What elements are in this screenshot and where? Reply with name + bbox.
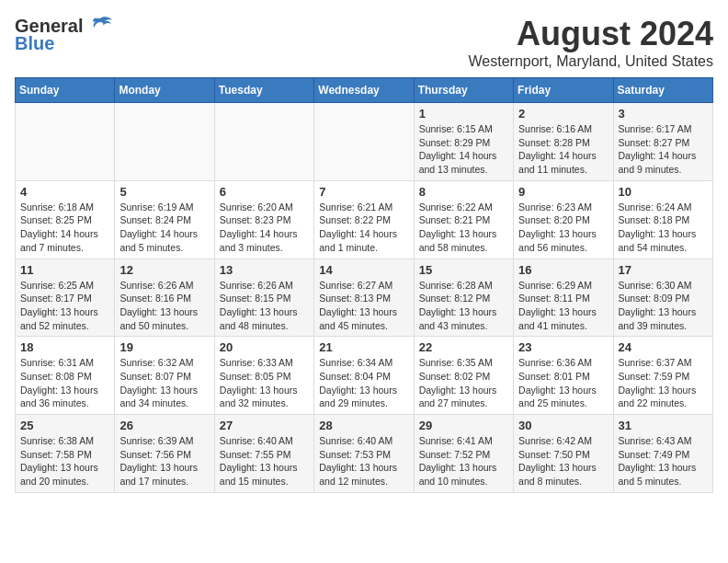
calendar-cell: 1Sunrise: 6:15 AM Sunset: 8:29 PM Daylig… <box>414 103 513 181</box>
day-number: 13 <box>220 263 309 277</box>
calendar-cell: 14Sunrise: 6:27 AM Sunset: 8:13 PM Dayli… <box>314 259 414 337</box>
calendar-cell: 9Sunrise: 6:23 AM Sunset: 8:20 PM Daylig… <box>514 180 613 259</box>
calendar-cell: 21Sunrise: 6:34 AM Sunset: 8:04 PM Dayli… <box>314 337 414 415</box>
day-number: 5 <box>119 185 209 199</box>
day-number: 26 <box>119 419 209 432</box>
month-title: August 2024 <box>469 15 714 53</box>
day-info: Sunrise: 6:41 AM Sunset: 7:52 PM Dayligh… <box>419 434 508 488</box>
weekday-header-cell: Thursday <box>414 78 513 103</box>
day-info: Sunrise: 6:23 AM Sunset: 8:20 PM Dayligh… <box>518 201 608 255</box>
calendar-cell: 29Sunrise: 6:41 AM Sunset: 7:52 PM Dayli… <box>414 415 513 493</box>
calendar-table: SundayMondayTuesdayWednesdayThursdayFrid… <box>15 77 713 493</box>
day-number: 20 <box>220 340 309 354</box>
day-info: Sunrise: 6:26 AM Sunset: 8:15 PM Dayligh… <box>220 279 309 333</box>
calendar-cell: 23Sunrise: 6:36 AM Sunset: 8:01 PM Dayli… <box>514 337 613 415</box>
calendar-cell: 8Sunrise: 6:22 AM Sunset: 8:21 PM Daylig… <box>414 180 513 259</box>
day-number: 1 <box>419 107 508 121</box>
title-section: August 2024 Westernport, Maryland, Unite… <box>469 15 714 70</box>
day-info: Sunrise: 6:18 AM Sunset: 8:25 PM Dayligh… <box>20 201 109 255</box>
calendar-cell <box>115 103 214 181</box>
weekday-header-cell: Monday <box>115 78 214 103</box>
calendar-cell <box>214 103 313 181</box>
calendar-cell: 17Sunrise: 6:30 AM Sunset: 8:09 PM Dayli… <box>613 259 712 337</box>
calendar-cell: 3Sunrise: 6:17 AM Sunset: 8:27 PM Daylig… <box>613 103 712 181</box>
calendar-cell: 31Sunrise: 6:43 AM Sunset: 7:49 PM Dayli… <box>613 415 712 493</box>
day-number: 28 <box>319 419 408 432</box>
calendar-cell: 24Sunrise: 6:37 AM Sunset: 7:59 PM Dayli… <box>613 337 712 415</box>
day-info: Sunrise: 6:17 AM Sunset: 8:27 PM Dayligh… <box>619 122 708 177</box>
day-info: Sunrise: 6:38 AM Sunset: 7:58 PM Dayligh… <box>20 434 109 488</box>
logo-bird-icon <box>86 15 114 37</box>
day-info: Sunrise: 6:40 AM Sunset: 7:55 PM Dayligh… <box>220 434 309 488</box>
day-number: 31 <box>619 419 708 432</box>
day-info: Sunrise: 6:33 AM Sunset: 8:05 PM Dayligh… <box>220 356 309 410</box>
calendar-cell: 12Sunrise: 6:26 AM Sunset: 8:16 PM Dayli… <box>115 259 214 337</box>
day-info: Sunrise: 6:36 AM Sunset: 8:01 PM Dayligh… <box>518 356 608 410</box>
day-number: 12 <box>119 263 209 277</box>
calendar-cell: 26Sunrise: 6:39 AM Sunset: 7:56 PM Dayli… <box>115 415 214 493</box>
day-number: 23 <box>518 340 608 354</box>
calendar-week-row: 4Sunrise: 6:18 AM Sunset: 8:25 PM Daylig… <box>16 180 713 259</box>
day-number: 2 <box>518 107 608 121</box>
day-number: 30 <box>518 419 608 432</box>
day-number: 17 <box>619 263 708 277</box>
day-info: Sunrise: 6:30 AM Sunset: 8:09 PM Dayligh… <box>619 279 708 333</box>
calendar-cell: 6Sunrise: 6:20 AM Sunset: 8:23 PM Daylig… <box>214 180 313 259</box>
day-info: Sunrise: 6:19 AM Sunset: 8:24 PM Dayligh… <box>119 201 209 255</box>
day-number: 3 <box>619 107 708 121</box>
calendar-week-row: 25Sunrise: 6:38 AM Sunset: 7:58 PM Dayli… <box>16 415 713 493</box>
day-info: Sunrise: 6:28 AM Sunset: 8:12 PM Dayligh… <box>419 279 508 333</box>
day-number: 10 <box>619 185 708 199</box>
day-number: 29 <box>419 419 508 432</box>
calendar-week-row: 1Sunrise: 6:15 AM Sunset: 8:29 PM Daylig… <box>16 103 713 181</box>
day-number: 27 <box>220 419 309 432</box>
weekday-header-row: SundayMondayTuesdayWednesdayThursdayFrid… <box>16 78 713 103</box>
day-info: Sunrise: 6:39 AM Sunset: 7:56 PM Dayligh… <box>119 434 209 488</box>
calendar-cell <box>314 103 414 181</box>
day-number: 18 <box>20 340 109 354</box>
day-info: Sunrise: 6:34 AM Sunset: 8:04 PM Dayligh… <box>319 356 408 410</box>
day-info: Sunrise: 6:32 AM Sunset: 8:07 PM Dayligh… <box>119 356 209 410</box>
calendar-cell <box>16 103 115 181</box>
calendar-cell: 5Sunrise: 6:19 AM Sunset: 8:24 PM Daylig… <box>115 180 214 259</box>
day-number: 4 <box>20 185 109 199</box>
calendar-cell: 25Sunrise: 6:38 AM Sunset: 7:58 PM Dayli… <box>16 415 115 493</box>
weekday-header-cell: Friday <box>514 78 613 103</box>
logo-blue: Blue <box>15 33 54 54</box>
calendar-cell: 2Sunrise: 6:16 AM Sunset: 8:28 PM Daylig… <box>514 103 613 181</box>
calendar-cell: 30Sunrise: 6:42 AM Sunset: 7:50 PM Dayli… <box>514 415 613 493</box>
calendar-cell: 28Sunrise: 6:40 AM Sunset: 7:53 PM Dayli… <box>314 415 414 493</box>
location-subtitle: Westernport, Maryland, United States <box>469 53 714 70</box>
day-info: Sunrise: 6:35 AM Sunset: 8:02 PM Dayligh… <box>419 356 508 410</box>
calendar-cell: 11Sunrise: 6:25 AM Sunset: 8:17 PM Dayli… <box>16 259 115 337</box>
day-info: Sunrise: 6:20 AM Sunset: 8:23 PM Dayligh… <box>220 201 309 255</box>
day-info: Sunrise: 6:22 AM Sunset: 8:21 PM Dayligh… <box>419 201 508 255</box>
day-info: Sunrise: 6:29 AM Sunset: 8:11 PM Dayligh… <box>518 279 608 333</box>
day-info: Sunrise: 6:16 AM Sunset: 8:28 PM Dayligh… <box>518 122 608 177</box>
calendar-cell: 20Sunrise: 6:33 AM Sunset: 8:05 PM Dayli… <box>214 337 313 415</box>
day-info: Sunrise: 6:42 AM Sunset: 7:50 PM Dayligh… <box>518 434 608 488</box>
logo: General Blue <box>15 15 114 54</box>
calendar-cell: 4Sunrise: 6:18 AM Sunset: 8:25 PM Daylig… <box>16 180 115 259</box>
day-info: Sunrise: 6:40 AM Sunset: 7:53 PM Dayligh… <box>319 434 408 488</box>
day-info: Sunrise: 6:21 AM Sunset: 8:22 PM Dayligh… <box>319 201 408 255</box>
calendar-cell: 22Sunrise: 6:35 AM Sunset: 8:02 PM Dayli… <box>414 337 513 415</box>
day-info: Sunrise: 6:26 AM Sunset: 8:16 PM Dayligh… <box>119 279 209 333</box>
day-number: 7 <box>319 185 408 199</box>
calendar-week-row: 11Sunrise: 6:25 AM Sunset: 8:17 PM Dayli… <box>16 259 713 337</box>
day-info: Sunrise: 6:43 AM Sunset: 7:49 PM Dayligh… <box>619 434 708 488</box>
day-number: 8 <box>419 185 508 199</box>
calendar-cell: 10Sunrise: 6:24 AM Sunset: 8:18 PM Dayli… <box>613 180 712 259</box>
calendar-cell: 27Sunrise: 6:40 AM Sunset: 7:55 PM Dayli… <box>214 415 313 493</box>
day-number: 21 <box>319 340 408 354</box>
day-info: Sunrise: 6:37 AM Sunset: 7:59 PM Dayligh… <box>619 356 708 410</box>
calendar-cell: 18Sunrise: 6:31 AM Sunset: 8:08 PM Dayli… <box>16 337 115 415</box>
day-info: Sunrise: 6:15 AM Sunset: 8:29 PM Dayligh… <box>419 122 508 177</box>
day-number: 25 <box>20 419 109 432</box>
weekday-header-cell: Sunday <box>16 78 115 103</box>
header: General Blue August 2024 Westernport, Ma… <box>15 15 713 70</box>
day-number: 14 <box>319 263 408 277</box>
day-info: Sunrise: 6:31 AM Sunset: 8:08 PM Dayligh… <box>20 356 109 410</box>
day-info: Sunrise: 6:24 AM Sunset: 8:18 PM Dayligh… <box>619 201 708 255</box>
calendar-cell: 16Sunrise: 6:29 AM Sunset: 8:11 PM Dayli… <box>514 259 613 337</box>
